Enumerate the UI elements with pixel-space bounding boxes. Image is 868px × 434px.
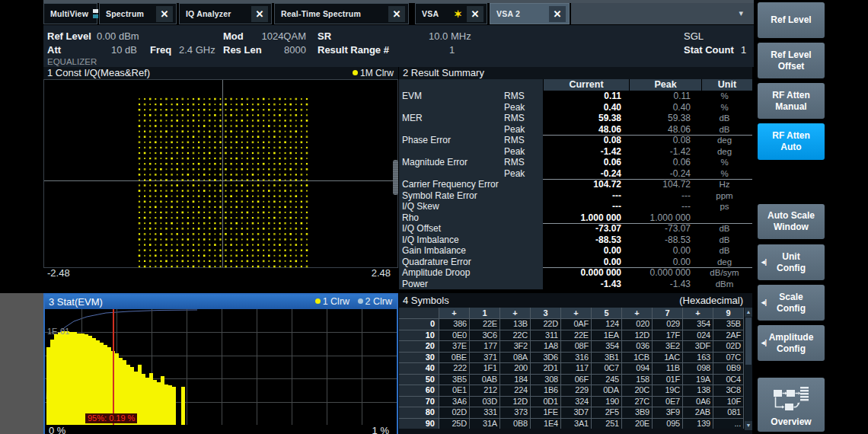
symbols-col-header: + bbox=[500, 308, 530, 318]
symbol-cell: 3B1 bbox=[592, 353, 621, 363]
param-label-cell: Rho bbox=[399, 212, 543, 224]
close-tab-icon[interactable]: ✕ bbox=[388, 6, 405, 22]
ref-level-value[interactable]: 0.00 dBm bbox=[97, 30, 139, 42]
submenu-left-icon: ◂| bbox=[761, 258, 767, 266]
softkey-rf-atten-auto[interactable]: RF Atten Auto bbox=[758, 123, 825, 160]
current-value: -1.42 bbox=[543, 146, 621, 158]
symbols-col-header: 3 bbox=[531, 308, 560, 318]
trace1-dot-icon bbox=[353, 70, 358, 75]
peak-value: 59.38 bbox=[626, 113, 691, 124]
unit-label: dBm bbox=[697, 279, 752, 290]
symbol-cell: 25D bbox=[439, 419, 469, 429]
symbol-cell: 20E bbox=[622, 419, 652, 429]
scroll-up-icon[interactable]: ▲ bbox=[745, 308, 752, 317]
symbol-cell: 222 bbox=[439, 363, 469, 374]
window3-legend: 1 Clrw 2 Clrw bbox=[315, 295, 392, 309]
softkey-unit-config[interactable]: ◂|Unit Config bbox=[758, 244, 825, 280]
symbol-cell: 22E bbox=[470, 319, 499, 330]
symbol-cell: 177 bbox=[470, 341, 499, 352]
tab-vsa[interactable]: VSA✶✕ bbox=[415, 3, 487, 24]
tab-overflow-icon[interactable]: ▾ bbox=[739, 8, 743, 18]
window1-title-bar[interactable]: 1 Const I/Q(Meas&Ref) 1M Clrw bbox=[43, 67, 398, 79]
peak-value: -0.24 bbox=[626, 168, 691, 180]
window-stat-evm: 3 Stat(EVM) 1 Clrw 2 Clrw 1E-0195%: 0.19… bbox=[43, 293, 398, 434]
scrollbar-thumb[interactable] bbox=[745, 318, 752, 365]
y-axis-tick-label: 1E-01 bbox=[47, 327, 69, 336]
softkey-overview[interactable]: Overview bbox=[758, 378, 825, 432]
close-tab-icon[interactable]: ✕ bbox=[251, 6, 268, 22]
window-const-iq: 1 Const I/Q(Meas&Ref) 1M Clrw -2.48 2.48 bbox=[43, 67, 398, 278]
softkey-ref-level[interactable]: Ref Level bbox=[758, 2, 825, 38]
current-value: --- bbox=[543, 201, 621, 212]
tab-vsa-2[interactable]: VSA 2✕ bbox=[490, 3, 570, 24]
symbol-cell: 1FE bbox=[531, 407, 560, 418]
sr-value[interactable]: 10.0 MHz bbox=[429, 30, 471, 42]
param-name: I/Q Imbalance bbox=[402, 235, 459, 246]
softkey-scale-config[interactable]: ◂|Scale Config bbox=[758, 285, 825, 321]
att-value[interactable]: 10 dB bbox=[89, 44, 137, 56]
symbol-cell: 19A bbox=[683, 375, 713, 385]
param-name: Phase Error bbox=[402, 135, 451, 146]
grid-line-vertical bbox=[362, 309, 362, 425]
result-row-amplitude-droop: Amplitude Droop0.000 0000.000 000dB/sym bbox=[399, 267, 752, 279]
result-range-value[interactable]: 1 bbox=[449, 44, 455, 56]
window4-title-bar[interactable]: 4 Symbols (Hexadecimal) bbox=[399, 293, 752, 308]
tab-spectrum[interactable]: Spectrum✕ bbox=[99, 3, 177, 24]
window2-title-bar[interactable]: 2 Result Summary bbox=[399, 67, 752, 79]
symbols-row-index: 50 bbox=[399, 375, 439, 385]
param-name: MER bbox=[402, 113, 423, 124]
symbols-row-index: 30 bbox=[399, 353, 439, 363]
freq-value[interactable]: 2.4 GHz bbox=[179, 44, 215, 56]
close-tab-icon[interactable]: ✕ bbox=[549, 6, 566, 22]
close-tab-icon[interactable]: ✕ bbox=[156, 6, 173, 22]
grid-line-vertical bbox=[327, 309, 327, 425]
symbol-cell: 036 bbox=[622, 341, 652, 352]
symbol-cell: 024 bbox=[683, 330, 713, 341]
param-sub-label: RMS bbox=[504, 113, 525, 124]
softkey-sidebar: Ref LevelRef Level OffsetRF Atten Manual… bbox=[758, 0, 825, 434]
symbols-col-header: + bbox=[439, 308, 469, 318]
tab-real-time-spectrum[interactable]: Real-Time Spectrum✕ bbox=[274, 3, 409, 24]
res-len-value[interactable]: 8000 bbox=[264, 44, 306, 56]
stat-count-value[interactable]: 1 bbox=[741, 44, 746, 56]
softkey-label: Unit Config bbox=[777, 251, 806, 274]
current-value: --- bbox=[543, 190, 621, 202]
symbol-cell: 3B5 bbox=[439, 375, 469, 385]
param-label-cell: Phase ErrorRMS bbox=[399, 135, 543, 146]
current-value: 104.72 bbox=[543, 179, 621, 190]
peak-value: 0.40 bbox=[626, 102, 691, 113]
unit-label: deg bbox=[697, 135, 752, 146]
tab-multiview[interactable]: MultiView bbox=[43, 3, 97, 24]
scroll-down-icon[interactable]: ▼ bbox=[745, 421, 752, 430]
symbol-cell: ... bbox=[713, 419, 743, 429]
param-label-cell: Amplitude Droop bbox=[399, 267, 543, 279]
splitter-handle-upper[interactable] bbox=[393, 160, 398, 195]
tab-iq-analyzer[interactable]: IQ Analyzer✕ bbox=[179, 3, 272, 24]
softkey-ref-level-offset[interactable]: Ref Level Offset bbox=[758, 43, 825, 78]
symbol-cell: 117 bbox=[561, 363, 591, 374]
header-spacer bbox=[399, 79, 543, 91]
symbol-cell: 098 bbox=[683, 363, 713, 374]
symbol-cell: 371 bbox=[470, 353, 499, 363]
symbol-cell: 324 bbox=[561, 397, 591, 407]
symbols-row-index: 0 bbox=[399, 319, 439, 330]
symbol-cell: 190 bbox=[592, 397, 621, 407]
peak-value: -88.53 bbox=[626, 235, 691, 246]
param-name: Carrier Frequency Error bbox=[402, 179, 499, 190]
symbol-cell: 1AC bbox=[653, 353, 682, 363]
window1-legend: 1M Clrw bbox=[353, 67, 394, 79]
trace1-dot-icon bbox=[315, 298, 321, 304]
softkey-amplitude-config[interactable]: ◂|Amplitude Config bbox=[758, 325, 825, 361]
unit-label: dB bbox=[697, 113, 752, 124]
mod-value[interactable]: 1024QAM bbox=[249, 30, 306, 42]
symbol-cell: 3B9 bbox=[622, 407, 652, 418]
symbol-cell: 212 bbox=[470, 385, 499, 396]
softkey-auto-scale-window[interactable]: Auto Scale Window bbox=[758, 204, 825, 239]
tab-label: MultiView bbox=[50, 9, 88, 18]
peak-value: -73.07 bbox=[626, 223, 691, 235]
close-tab-icon[interactable]: ✕ bbox=[467, 6, 483, 22]
res-len-label: Res Len bbox=[223, 44, 262, 56]
symbols-scrollbar[interactable]: ▲ ▼ bbox=[745, 308, 752, 430]
softkey-rf-atten-manual[interactable]: RF Atten Manual bbox=[758, 83, 825, 119]
symbol-cell: 0A6 bbox=[683, 397, 713, 407]
